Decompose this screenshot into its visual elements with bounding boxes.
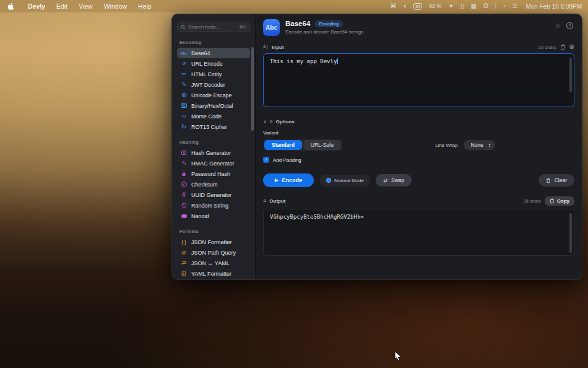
menu-app[interactable]: Devly <box>22 2 51 10</box>
variant-urlsafe-button[interactable]: URL-Safe <box>303 140 341 150</box>
options-label: Options <box>276 119 295 125</box>
menu-edit[interactable]: Edit <box>51 2 73 10</box>
control-center-icon[interactable]: ☰ <box>512 3 517 9</box>
hash-icon: # <box>182 192 186 198</box>
sidebar-item-label: Nanoid <box>191 213 209 219</box>
line-wrap-select[interactable]: None ▴▾ <box>464 140 495 150</box>
sidebar-item-json-path-query[interactable]: @ JSON Path Query <box>177 247 250 258</box>
menu-bar: Devly Edit View Window Help ⌘ ◗ 89 92 % … <box>0 0 588 12</box>
devly-window: Search tools... ⌘K Encoding Abc Base64 U… <box>171 14 582 280</box>
sidebar-item-xml-formatter[interactable]: </> XML Formatter <box>177 279 250 279</box>
line-wrap-label: Line Wrap <box>435 142 457 148</box>
favorite-star-icon[interactable]: ☆ <box>555 22 561 30</box>
stepper-icon: ▴▾ <box>489 142 491 147</box>
sidebar-item-label: HMAC Generator <box>191 160 235 167</box>
sidebar-item-binary-hex-octal[interactable]: 01 Binary/Hex/Octal <box>177 100 250 111</box>
clear-input-icon[interactable]: ⊗ <box>569 44 574 50</box>
key-icon <box>181 82 187 87</box>
clear-button[interactable]: Clear <box>538 174 574 186</box>
mode-indicator[interactable]: Normal Mode <box>320 175 370 186</box>
mouse-cursor <box>394 351 402 362</box>
sidebar-item-rot13-cipher[interactable]: ↻ ROT13 Cipher <box>177 121 250 132</box>
menu-bar-status: ⌘ ◗ 89 92 % ✦ ▯ ▦ Ω | › ☰ Mon Feb 16 8:0… <box>390 3 582 10</box>
sidebar-item-label: UUID Generator <box>191 192 231 198</box>
input-textarea[interactable]: This is my app Devly <box>263 53 574 107</box>
help-icon[interactable]: ? <box>566 22 573 29</box>
sidebar-item-label: Base64 <box>191 50 210 56</box>
tool-icon: Abc <box>263 19 280 36</box>
code-icon: </> <box>181 72 186 76</box>
menu-bar-clock[interactable]: Mon Feb 16 8:08PM <box>525 3 582 10</box>
search-placeholder: Search tools... <box>188 24 236 30</box>
search-input[interactable]: Search tools... ⌘K <box>177 22 250 32</box>
input-text: This is my app Devly <box>270 58 337 64</box>
sidebar-item-url-encode[interactable]: URL Encode <box>177 58 250 69</box>
rotate-icon: ↻ <box>181 124 186 130</box>
copy-label: Copy <box>557 198 569 204</box>
sidebar-item-unicode-escape[interactable]: Unicode Escape <box>177 90 250 100</box>
sidebar-item-label: Hash Generator <box>191 150 231 156</box>
sidebar-item-label: JSON Formatter <box>191 239 232 245</box>
apple-menu[interactable] <box>6 2 16 11</box>
pill-icon <box>181 214 187 218</box>
sidebar-scrollbar[interactable] <box>251 47 254 131</box>
apple-icon <box>7 2 15 11</box>
menu-view[interactable]: View <box>73 2 98 10</box>
sidebar-item-label: JSON Path Query <box>191 250 236 256</box>
globe-icon <box>181 92 187 98</box>
input-scrollbar[interactable] <box>569 58 572 92</box>
key-icon <box>181 160 187 166</box>
menu-window[interactable]: Window <box>98 2 132 10</box>
options-list-icon: ≡ <box>270 119 273 125</box>
menu-extra-icon[interactable]: ✦ <box>449 3 454 9</box>
lock-icon <box>181 171 186 177</box>
sidebar-item-uuid-generator[interactable]: # UUID Generator <box>177 190 250 200</box>
copy-button[interactable]: Copy <box>545 196 574 206</box>
sidebar-item-morse-code[interactable]: Morse Code <box>177 111 250 121</box>
sidebar-item-yaml-formatter[interactable]: YAML Formatter <box>177 268 250 279</box>
input-char-count: 20 chars <box>538 45 556 50</box>
sidebar-item-nanoid[interactable]: Nanoid <box>177 211 250 221</box>
drop-icon[interactable]: ◗ <box>403 3 407 9</box>
sidebar-item-label: HTML Entity <box>191 71 222 77</box>
sidebar-item-json-formatter[interactable]: { } JSON Formatter <box>177 237 250 247</box>
sidebar-item-jwt-decoder[interactable]: JWT Decoder <box>177 79 250 90</box>
sidebar-item-hash-generator[interactable]: # Hash Generator <box>177 147 250 158</box>
headphones-icon[interactable]: Ω <box>483 3 488 9</box>
text-input-icon: A| <box>263 45 269 50</box>
page-subtitle: Encode and decode Base64 strings <box>285 29 363 35</box>
variant-segmented-control: Standard URL-Safe <box>263 139 342 151</box>
sidebar-item-random-string[interactable]: Random String <box>177 200 250 211</box>
output-scrollbar[interactable] <box>569 213 572 253</box>
battery-icon[interactable]: ▯ <box>460 3 464 9</box>
command-icon[interactable]: ⌘ <box>390 3 396 9</box>
sidebar-item-label: JSON ↔ YAML <box>191 260 230 266</box>
sidebar-item-password-hash[interactable]: Password Hash <box>177 169 250 179</box>
add-padding-option[interactable]: ✓ Add Padding <box>263 157 574 163</box>
sidebar-item-json-yaml[interactable]: ⇄ JSON ↔ YAML <box>177 258 250 268</box>
sidebar-item-html-entity[interactable]: </> HTML Entity <box>177 69 250 79</box>
checkbox-checked-icon[interactable]: ✓ <box>263 157 269 163</box>
swap-button[interactable]: ⇄ Swap <box>376 174 412 186</box>
chevron-down-icon: ∨ <box>263 119 267 125</box>
encode-button[interactable]: ▶ Encode <box>263 173 314 187</box>
sidebar-item-base64[interactable]: Abc Base64 <box>177 48 250 58</box>
sidebar-item-hmac-generator[interactable]: HMAC Generator <box>177 158 250 169</box>
sidebar-item-checksum[interactable]: ✓ Checksum <box>177 179 250 190</box>
play-icon: ▶ <box>275 178 278 183</box>
battery-percent-badge[interactable]: 89 <box>413 3 422 10</box>
options-header[interactable]: ∨ ≡ Options <box>263 119 574 125</box>
input-header: A| Input 20 chars ⊗ <box>263 44 574 50</box>
paste-icon[interactable] <box>560 44 566 50</box>
sidebar-item-label: Unicode Escape <box>191 92 232 99</box>
chevron-right-icon[interactable]: › <box>503 3 505 9</box>
signal-percent[interactable]: 92 % <box>429 3 442 9</box>
braces-icon: { } <box>181 240 186 244</box>
variant-standard-button[interactable]: Standard <box>264 140 302 150</box>
output-textarea[interactable]: VGhpcyBpcyBteSBhcHAgRGV2bHk= <box>263 209 574 256</box>
separator-icon: | <box>495 3 496 9</box>
link-icon <box>181 61 187 66</box>
keyboard-icon[interactable]: ▦ <box>471 3 477 9</box>
section-label-encoding: Encoding <box>179 40 248 45</box>
menu-help[interactable]: Help <box>132 2 157 10</box>
